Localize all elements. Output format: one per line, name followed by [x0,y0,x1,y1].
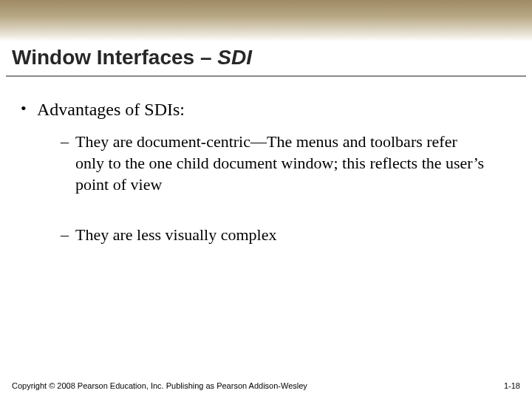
bullet-level1-text: Advantages of SDIs: [37,98,185,121]
page-number: 1-18 [504,381,520,390]
slide-content: • Advantages of SDIs: – They are documen… [0,77,532,246]
copyright-text: Copyright © 2008 Pearson Education, Inc.… [12,381,307,390]
dash-icon: – [61,132,75,195]
slide-title-prefix: Window Interfaces – [12,46,217,69]
bullet-dot-icon: • [21,98,37,121]
bullet-level2-text: They are document-centric—The menus and … [75,132,489,195]
dash-icon: – [61,225,75,246]
slide-title: Window Interfaces – SDI [0,41,532,74]
slide-title-italic: SDI [217,46,252,69]
decorative-top-band [0,0,532,41]
bullet-level2-text: They are less visually complex [75,225,276,246]
bullet-level2: – They are less visually complex [61,225,489,246]
bullet-level2: – They are document-centric—The menus an… [61,132,489,195]
bullet-level1: • Advantages of SDIs: [21,98,511,121]
slide-footer: Copyright © 2008 Pearson Education, Inc.… [0,381,532,390]
